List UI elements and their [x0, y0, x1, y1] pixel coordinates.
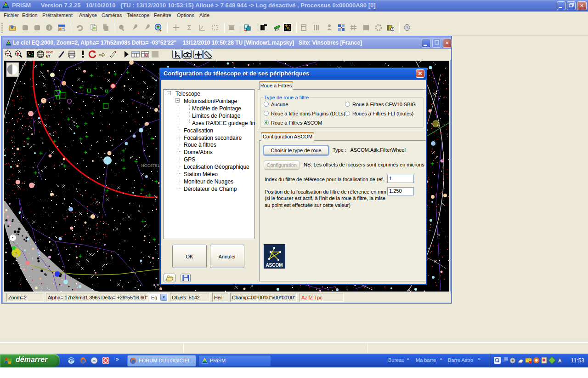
svg-text:i: i — [48, 25, 50, 30]
svg-text:UGC: UGC — [46, 51, 53, 54]
svg-text:k?: k? — [46, 54, 50, 58]
svg-text:NGC6781: NGC6781 — [141, 163, 159, 168]
svg-text:Σ: Σ — [187, 24, 192, 31]
svg-text:e: e — [70, 358, 73, 363]
svg-text:ASCOM: ASCOM — [266, 263, 283, 268]
